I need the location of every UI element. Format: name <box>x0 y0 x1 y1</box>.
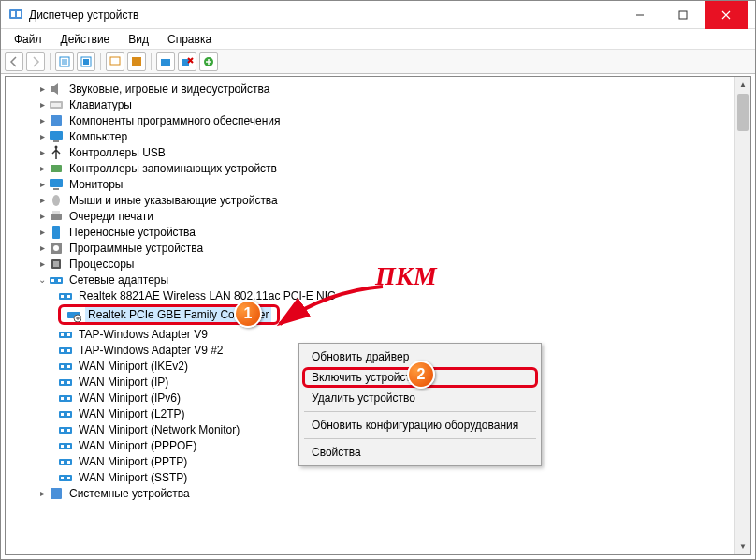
tree-category[interactable]: ▸Звуковые, игровые и видеоустройства <box>9 81 750 96</box>
toolbar-button-4[interactable] <box>127 52 146 71</box>
tree-category[interactable]: ▸Мониторы <box>9 176 750 192</box>
expand-icon[interactable]: ▸ <box>36 163 49 173</box>
network-adapter-icon <box>58 288 73 303</box>
expand-icon[interactable]: ▸ <box>36 227 49 237</box>
close-button[interactable] <box>705 1 748 29</box>
tree-category[interactable]: ▸Контроллеры запоминающих устройств <box>9 160 750 176</box>
expand-icon[interactable]: ▸ <box>36 211 49 221</box>
tree-category[interactable]: ▸Очереди печати <box>9 208 750 224</box>
network-adapter-icon <box>58 343 73 358</box>
expand-icon[interactable]: ▸ <box>36 131 49 141</box>
annotation-badge-1: 1 <box>234 300 262 328</box>
tree-category[interactable]: ▸Компоненты программного обеспечения <box>9 112 750 128</box>
tree-category[interactable]: ▸Компьютер <box>9 128 750 144</box>
expand-icon[interactable]: ▸ <box>36 488 49 498</box>
monitor-icon <box>49 129 64 144</box>
menu-action[interactable]: Действие <box>53 31 118 48</box>
uninstall-button[interactable] <box>178 52 196 71</box>
maximize-button[interactable] <box>662 1 705 29</box>
tree-category[interactable]: ▸Контроллеры USB <box>9 144 750 160</box>
device-tree-panel: ▸Звуковые, игровые и видеоустройства ▸Кл… <box>5 76 751 555</box>
scan-button[interactable] <box>156 52 175 71</box>
menu-help[interactable]: Справка <box>160 31 219 48</box>
usb-icon <box>49 145 64 160</box>
menubar: Файл Действие Вид Справка <box>1 29 755 50</box>
network-adapter-icon <box>58 406 73 421</box>
expand-icon[interactable]: ▸ <box>36 195 49 205</box>
svg-rect-24 <box>679 11 687 19</box>
network-adapter-icon <box>58 391 73 405</box>
cpu-icon <box>49 257 64 272</box>
tree-category[interactable]: ▸Мыши и иные указывающие устройства <box>9 192 750 208</box>
annotation-text: ПКМ <box>375 261 437 291</box>
tree-category[interactable]: ▸Клавиатуры <box>9 96 750 112</box>
toolbar <box>1 50 755 74</box>
tree-item[interactable]: WAN Miniport (SSTP) <box>9 469 750 485</box>
enable-button[interactable] <box>199 52 218 71</box>
separator <box>304 438 536 439</box>
toolbar-button-3[interactable] <box>106 52 124 71</box>
system-icon <box>49 486 64 501</box>
monitor-icon <box>49 177 64 192</box>
svg-rect-29 <box>132 57 141 66</box>
titlebar: Диспетчер устройств <box>1 1 755 29</box>
controller-icon <box>49 161 64 176</box>
network-adapter-icon <box>58 454 73 469</box>
expand-icon[interactable]: ▸ <box>36 243 49 253</box>
expand-icon[interactable]: ▸ <box>36 258 49 269</box>
separator <box>50 53 51 70</box>
window-buttons <box>618 1 748 29</box>
network-adapter-icon <box>58 422 73 437</box>
portable-icon <box>49 225 64 240</box>
back-button[interactable] <box>5 52 23 71</box>
tree-category[interactable]: ▸Программные устройства <box>9 240 750 256</box>
separator <box>304 411 536 412</box>
ctx-uninstall-device[interactable]: Удалить устройство <box>302 388 538 408</box>
software-icon <box>49 241 64 256</box>
vertical-scrollbar[interactable]: ▲ ▼ <box>734 77 750 554</box>
network-adapter-icon <box>58 375 73 390</box>
svg-rect-27 <box>83 59 89 65</box>
separator <box>100 53 101 70</box>
keyboard-icon <box>49 97 64 112</box>
expand-icon[interactable]: ▸ <box>36 99 49 110</box>
speaker-icon <box>49 81 64 96</box>
scroll-up-icon[interactable]: ▲ <box>735 77 750 93</box>
menu-file[interactable]: Файл <box>7 31 50 48</box>
network-adapter-icon <box>58 359 73 374</box>
tree-category[interactable]: ▸Системные устройства <box>9 485 750 501</box>
expand-icon[interactable]: ▸ <box>36 115 49 125</box>
tree-category[interactable]: ▸Переносные устройства <box>9 224 750 240</box>
printer-icon <box>49 209 64 224</box>
annotation-badge-2: 2 <box>407 361 435 389</box>
network-adapter-icon <box>58 438 73 453</box>
menu-view[interactable]: Вид <box>121 31 156 48</box>
minimize-button[interactable] <box>618 1 662 29</box>
tree-item-selected[interactable]: Realtek PCIe GBE Family Controller <box>9 303 750 326</box>
expand-icon[interactable]: ▸ <box>36 179 49 189</box>
ctx-properties[interactable]: Свойства <box>302 442 538 463</box>
collapse-icon[interactable]: ⌄ <box>36 274 49 285</box>
device-manager-window: Диспетчер устройств Файл Действие Вид Сп… <box>0 0 756 560</box>
svg-rect-30 <box>161 59 170 66</box>
scroll-thumb[interactable] <box>737 94 749 131</box>
network-icon <box>49 273 64 287</box>
network-adapter-icon <box>58 470 73 485</box>
separator <box>151 53 152 70</box>
tree-item[interactable]: TAP-Windows Adapter V9 <box>9 326 750 342</box>
scroll-down-icon[interactable]: ▼ <box>735 538 750 554</box>
toolbar-button-2[interactable] <box>77 52 95 71</box>
network-adapter-disabled-icon <box>66 307 81 322</box>
window-title: Диспетчер устройств <box>29 8 618 22</box>
expand-icon[interactable]: ▸ <box>36 83 49 94</box>
app-icon <box>8 7 23 22</box>
network-adapter-icon <box>58 327 73 342</box>
toolbar-button-1[interactable] <box>55 52 74 71</box>
mouse-icon <box>49 193 64 208</box>
component-icon <box>49 113 64 128</box>
ctx-scan-hardware[interactable]: Обновить конфигурацию оборудования <box>302 415 538 435</box>
svg-rect-28 <box>110 57 120 65</box>
forward-button[interactable] <box>26 52 45 71</box>
expand-icon[interactable]: ▸ <box>36 147 49 157</box>
